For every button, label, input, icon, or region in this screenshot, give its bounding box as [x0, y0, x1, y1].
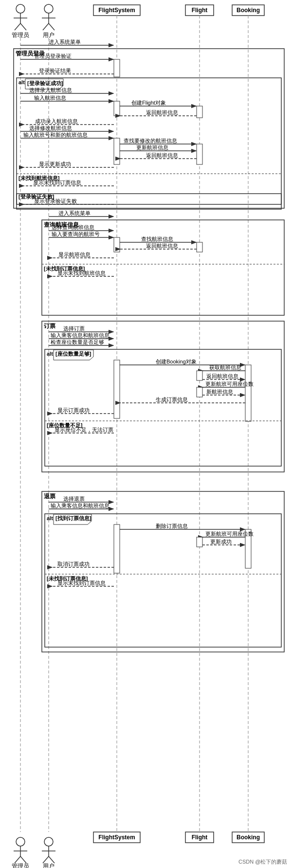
svg-rect-55 — [197, 144, 202, 164]
svg-line-152 — [15, 856, 20, 863]
svg-line-158 — [43, 856, 49, 863]
svg-text:更新航班可用座位数: 更新航班可用座位数 — [205, 381, 254, 387]
svg-text:用户: 用户 — [43, 863, 55, 868]
svg-text:显示座位不足，无法订票: 显示座位不足，无法订票 — [55, 427, 113, 433]
svg-point-6 — [44, 4, 53, 13]
svg-text:显示订票成功: 显示订票成功 — [57, 407, 90, 413]
svg-line-10 — [49, 23, 55, 30]
svg-text:alt: alt — [47, 351, 53, 357]
svg-text:进入系统菜单: 进入系统菜单 — [58, 210, 91, 216]
svg-rect-140 — [197, 537, 202, 547]
svg-text:显示未找到订票信息: 显示未找到订票信息 — [57, 580, 106, 586]
svg-text:查找要修改的航班信息: 查找要修改的航班信息 — [124, 138, 177, 144]
svg-text:alt: alt — [47, 515, 53, 521]
svg-text:选择录入航班信息: 选择录入航班信息 — [29, 87, 72, 93]
svg-rect-43 — [197, 106, 202, 118]
svg-text:用户: 用户 — [43, 32, 55, 38]
svg-text:进入系统菜单: 进入系统菜单 — [49, 39, 81, 45]
svg-text:Booking: Booking — [237, 834, 260, 841]
svg-text:退票: 退票 — [44, 493, 56, 500]
svg-text:订票: 订票 — [44, 323, 56, 329]
svg-line-153 — [20, 856, 26, 863]
svg-text:返回航班信息: 返回航班信息 — [146, 152, 178, 158]
svg-text:输入要查询的航班号: 输入要查询的航班号 — [52, 231, 100, 237]
svg-text:管理员登录验证: 管理员登录验证 — [34, 53, 72, 59]
svg-text:取消订票成功: 取消订票成功 — [57, 561, 90, 567]
svg-rect-78 — [114, 237, 120, 252]
svg-text:新航班信息: 新航班信息 — [206, 389, 233, 395]
svg-rect-81 — [197, 242, 202, 252]
diagram: 管理员 用户 FlightSystem Flight Booking 进入系统菜… — [0, 0, 292, 868]
svg-line-4 — [20, 23, 26, 30]
svg-text:选择查询航班信息: 选择查询航班信息 — [52, 224, 94, 230]
svg-text:返回航班信息: 返回航班信息 — [146, 243, 178, 249]
svg-text:管理员: 管理员 — [12, 32, 29, 38]
svg-line-159 — [49, 856, 55, 863]
svg-text:FlightSystem: FlightSystem — [98, 7, 135, 14]
svg-text:返回航班信息: 返回航班信息 — [206, 373, 238, 379]
svg-text:获取航班信息: 获取航班信息 — [209, 364, 241, 370]
svg-text:选择订票: 选择订票 — [63, 326, 85, 331]
svg-text:[座位数量足够]: [座位数量足够] — [55, 351, 91, 357]
svg-text:返回航班信息: 返回航班信息 — [146, 109, 178, 115]
svg-text:成功录入航班信息: 成功录入航班信息 — [35, 118, 78, 124]
svg-text:输入乘客信息和航班信息: 输入乘客信息和航班信息 — [51, 332, 110, 338]
svg-rect-52 — [114, 138, 120, 164]
svg-text:选择退票: 选择退票 — [63, 496, 85, 502]
svg-text:Flight: Flight — [192, 834, 208, 841]
svg-rect-113 — [197, 387, 202, 397]
svg-text:创建Booking对象: 创建Booking对象 — [156, 359, 197, 364]
svg-text:显示未找到航班信息: 显示未找到航班信息 — [57, 270, 106, 276]
svg-rect-102 — [114, 360, 120, 418]
svg-text:生成订票信息: 生成订票信息 — [156, 397, 188, 402]
svg-text:输入航班号和新的航班信息: 输入航班号和新的航班信息 — [23, 132, 88, 138]
svg-text:删除订票信息: 删除订票信息 — [156, 523, 188, 529]
svg-rect-134 — [114, 524, 120, 573]
svg-rect-105 — [245, 365, 251, 421]
svg-text:登录验证结果: 登录验证结果 — [39, 68, 71, 73]
svg-text:检查座位数量是否足够: 检查座位数量是否足够 — [51, 339, 104, 345]
svg-text:更新成功: 更新成功 — [210, 539, 232, 544]
svg-point-0 — [16, 4, 25, 13]
svg-line-9 — [43, 23, 49, 30]
svg-text:显示更新成功: 显示更新成功 — [39, 161, 71, 167]
svg-text:显示登录验证失败: 显示登录验证失败 — [34, 198, 77, 204]
svg-point-155 — [44, 837, 53, 846]
svg-text:更新航班信息: 更新航班信息 — [136, 145, 168, 150]
svg-text:查找航班信息: 查找航班信息 — [141, 236, 173, 242]
svg-text:管理员: 管理员 — [12, 863, 29, 868]
svg-text:[找到订票信息]: [找到订票信息] — [55, 515, 91, 521]
svg-text:输入乘客信息和航班信息: 输入乘客信息和航班信息 — [51, 503, 110, 508]
svg-rect-108 — [197, 371, 202, 380]
svg-text:Flight: Flight — [192, 7, 208, 14]
svg-rect-40 — [114, 101, 120, 116]
svg-text:Booking: Booking — [237, 7, 260, 14]
svg-text:输入航班信息: 输入航班信息 — [34, 95, 66, 101]
svg-line-3 — [15, 23, 20, 30]
svg-point-149 — [16, 837, 25, 846]
svg-text:alt: alt — [18, 79, 25, 85]
svg-text:更新航班可用座位数: 更新航班可用座位数 — [205, 531, 254, 537]
svg-text:选择修改航班信息: 选择修改航班信息 — [29, 125, 72, 131]
svg-text:[登录验证成功]: [登录验证成功] — [27, 80, 63, 86]
svg-text:显示航班信息: 显示航班信息 — [58, 252, 91, 257]
svg-text:FlightSystem: FlightSystem — [98, 834, 135, 841]
svg-text:创建Flight对象: 创建Flight对象 — [131, 100, 166, 106]
svg-rect-29 — [114, 59, 120, 77]
svg-text:CSDN @松下的蘑菇: CSDN @松下的蘑菇 — [238, 859, 287, 865]
svg-text:显示未找到订票信息: 显示未找到订票信息 — [33, 180, 81, 185]
